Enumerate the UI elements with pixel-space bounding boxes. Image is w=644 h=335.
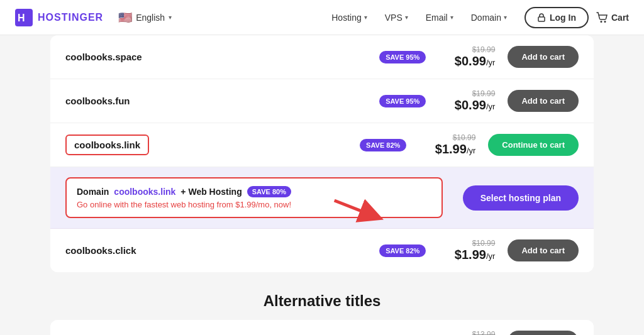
domain-name-highlighted: coolbooks.link: [65, 135, 149, 155]
add-to-cart-button[interactable]: Add to cart: [508, 239, 579, 261]
save-badge: SAVE 95%: [379, 51, 426, 63]
logo[interactable]: H HOSTINGER: [15, 9, 103, 26]
svg-point-4: [604, 21, 606, 23]
save-badge: SAVE 82%: [360, 139, 406, 151]
svg-text:H: H: [18, 13, 26, 23]
nav-domain[interactable]: Domain ▾: [464, 8, 514, 28]
domain-chevron-icon: ▾: [504, 14, 507, 21]
nav-hosting[interactable]: Hosting ▾: [324, 8, 374, 28]
nav-vps[interactable]: VPS ▾: [377, 8, 416, 28]
main-price: $1.99/yr: [435, 142, 476, 156]
continue-to-cart-button[interactable]: Continue to cart: [488, 134, 579, 156]
bundle-pre-label: Domain: [77, 187, 109, 197]
logo-icon: H: [15, 9, 33, 26]
main-price: $0.99/yr: [455, 98, 496, 112]
nav-email[interactable]: Email ▾: [418, 8, 461, 28]
domain-name: coolbooks.space: [65, 52, 379, 62]
cart-icon: [596, 12, 608, 23]
logo-text: HOSTINGER: [38, 12, 103, 23]
main-price: $0.99/yr: [455, 54, 496, 68]
bundle-link: coolbooks.link: [114, 187, 175, 197]
bundle-title: Domain coolbooks.link + Web Hosting SAVE…: [77, 186, 431, 197]
login-button[interactable]: Log In: [525, 7, 589, 28]
navbar-actions: Log In Cart: [525, 7, 629, 28]
add-to-cart-button[interactable]: Add to cart: [508, 90, 579, 112]
price-block: $10.99 $1.99/yr: [419, 133, 475, 157]
domain-name: coolbooks.fun: [65, 96, 379, 106]
cart-button[interactable]: Cart: [596, 12, 629, 23]
bundle-save-badge: SAVE 80%: [247, 186, 291, 197]
bundle-row: Domain coolbooks.link + Web Hosting SAVE…: [50, 167, 594, 229]
flag-icon: 🇺🇸: [118, 11, 132, 25]
table-row: coolbooks.fun SAVE 95% $19.99 $0.99/yr A…: [50, 79, 594, 123]
navbar: H HOSTINGER 🇺🇸 English ▾ Hosting ▾ VPS ▾…: [0, 0, 644, 35]
language-label: English: [136, 13, 165, 23]
bundle-post-label: + Web Hosting: [180, 187, 242, 197]
save-badge: SAVE 95%: [379, 95, 426, 107]
language-selector[interactable]: 🇺🇸 English ▾: [118, 11, 172, 25]
save-badge: SAVE 82%: [379, 244, 426, 257]
table-row: real-cool-books.com SAVE 29% $13.99 $9.9…: [50, 320, 594, 335]
original-price: $10.99: [419, 133, 475, 142]
original-price: $10.99: [438, 239, 495, 248]
price-block: $13.99 $9.99/yr: [438, 330, 495, 335]
original-price: $19.99: [438, 45, 495, 54]
select-hosting-plan-button[interactable]: Select hosting plan: [463, 185, 579, 211]
main-content: coolbooks.space SAVE 95% $19.99 $0.99/yr…: [0, 35, 644, 335]
domain-name: coolbooks.click: [65, 245, 379, 256]
add-to-cart-button[interactable]: Add to cart: [508, 46, 579, 68]
original-price: $13.99: [438, 330, 495, 335]
email-chevron-icon: ▾: [450, 14, 453, 21]
add-to-cart-button[interactable]: Add to cart: [508, 331, 579, 335]
nav-menu: Hosting ▾ VPS ▾ Email ▾ Domain ▾: [324, 8, 514, 28]
alternative-titles-card: real-cool-books.com SAVE 29% $13.99 $9.9…: [50, 320, 594, 335]
table-row: coolbooks.space SAVE 95% $19.99 $0.99/yr…: [50, 35, 594, 79]
lock-icon: [537, 13, 546, 22]
main-price: $1.99/yr: [455, 248, 496, 261]
svg-rect-2: [538, 17, 545, 21]
svg-line-6: [334, 188, 372, 228]
original-price: $19.99: [438, 89, 495, 98]
lang-chevron-icon: ▾: [169, 14, 172, 21]
hosting-chevron-icon: ▾: [364, 14, 367, 21]
svg-point-3: [600, 21, 602, 23]
section-title: Alternative titles: [50, 292, 594, 310]
table-row: coolbooks.click SAVE 82% $10.99 $1.99/yr…: [50, 229, 594, 272]
price-block: $19.99 $0.99/yr: [438, 45, 495, 69]
domain-results-card: coolbooks.space SAVE 95% $19.99 $0.99/yr…: [50, 35, 594, 272]
bundle-content: Domain coolbooks.link + Web Hosting SAVE…: [65, 177, 443, 218]
price-block: $19.99 $0.99/yr: [438, 89, 495, 113]
vps-chevron-icon: ▾: [405, 14, 408, 21]
price-block: $10.99 $1.99/yr: [438, 239, 495, 262]
table-row: coolbooks.link SAVE 82% $10.99 $1.99/yr …: [50, 123, 594, 167]
